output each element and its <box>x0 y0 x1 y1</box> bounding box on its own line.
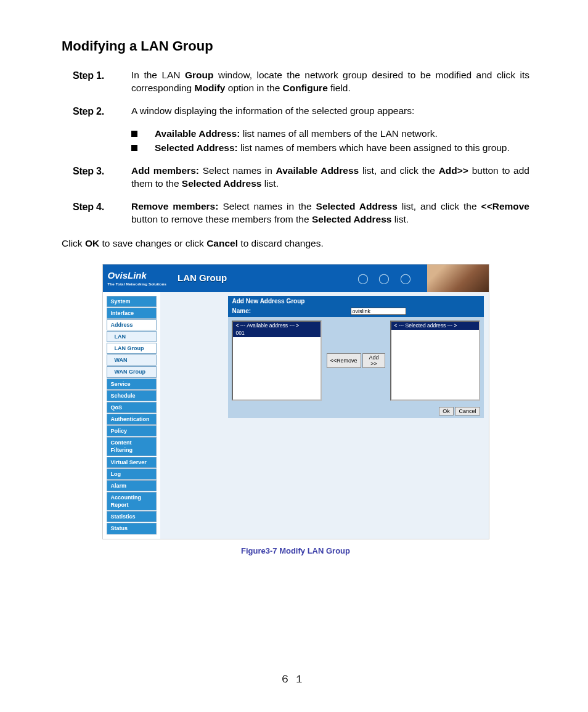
globe-icon: ◯ ◯ ◯ <box>357 272 415 285</box>
bullet-text: Available Address: list names of all mem… <box>155 128 438 141</box>
screenshot-figure: OvisLink The Total Networking Solutions … <box>102 264 489 539</box>
available-item[interactable]: 001 <box>233 330 320 337</box>
logo-tagline: The Total Networking Solutions <box>108 282 167 287</box>
transfer-buttons: <<Remove Add >> <box>327 321 386 401</box>
square-icon <box>131 145 137 151</box>
text: to discard changes. <box>238 238 324 248</box>
nav-lan-group[interactable]: LAN Group <box>107 343 157 354</box>
bold: Cancel <box>206 238 238 248</box>
bold: Add>> <box>439 165 468 176</box>
bold: Selected Address <box>182 178 262 189</box>
nav-log[interactable]: Log <box>107 469 157 480</box>
bullet-text: Selected Address: list names of members … <box>155 142 510 155</box>
bullet-list: Available Address: list names of all mem… <box>131 128 529 155</box>
bold: Configure <box>283 83 328 93</box>
available-header: < --- Available address --- > <box>233 322 320 330</box>
ok-button[interactable]: Ok <box>439 407 454 415</box>
nav-statistics[interactable]: Statistics <box>107 511 157 522</box>
text: button to remove these members from the <box>131 214 312 224</box>
step-3-body: Add members: Select names in Available A… <box>131 165 529 190</box>
bold: Modify <box>195 83 226 93</box>
bold: Add members: <box>131 165 199 176</box>
text: Select names in <box>199 165 276 176</box>
nav-schedule[interactable]: Schedule <box>107 390 157 401</box>
bullet-2: Selected Address: list names of members … <box>131 142 529 155</box>
figure-caption: Figure3-7 Modify LAN Group <box>62 546 529 557</box>
step-3-label: Step 3. <box>73 165 131 190</box>
nav-lan[interactable]: LAN <box>107 331 157 342</box>
step-1-body: In the LAN Group window, locate the netw… <box>131 69 529 95</box>
main-panel: Add New Address Group Name: < --- Availa… <box>160 292 488 539</box>
text: Select names in the <box>218 201 316 211</box>
name-input[interactable] <box>351 308 406 315</box>
selected-header: < --- Selected address --- > <box>391 322 478 330</box>
text: Click <box>62 238 85 248</box>
text: list names of members which have been as… <box>238 142 510 153</box>
header-photo <box>427 264 489 292</box>
bold: Available Address: <box>155 128 240 139</box>
text: to save changes or click <box>99 238 206 248</box>
bold: Available Address <box>276 165 359 176</box>
nav-virtual-server[interactable]: Virtual Server <box>107 457 157 468</box>
nav-authentication[interactable]: Authentication <box>107 414 157 425</box>
bold: Group <box>185 70 214 80</box>
remove-button[interactable]: <<Remove <box>327 353 361 368</box>
step-2-body: A window displaying the information of t… <box>131 105 529 118</box>
nav-status[interactable]: Status <box>107 523 157 534</box>
bold: Selected Address: <box>155 142 238 153</box>
bullet-1: Available Address: list names of all mem… <box>131 128 529 141</box>
nav-system[interactable]: System <box>107 296 157 307</box>
bold: OK <box>85 238 99 248</box>
step-3: Step 3. Add members: Select names in Ava… <box>62 165 529 190</box>
bold: <<Remove <box>481 201 529 211</box>
cancel-button[interactable]: Cancel <box>455 407 480 415</box>
step-1: Step 1. In the LAN Group window, locate … <box>62 69 529 95</box>
sidebar-nav: System Interface Address LAN LAN Group W… <box>103 292 161 539</box>
text: list. <box>391 214 409 224</box>
text: field. <box>328 83 351 93</box>
bold: Selected Address <box>316 201 398 211</box>
selected-listbox[interactable]: < --- Selected address --- > <box>390 321 480 401</box>
available-listbox[interactable]: < --- Available address --- > 001 <box>232 321 321 401</box>
app-header: OvisLink The Total Networking Solutions … <box>103 264 489 292</box>
logo-name: OvisLink <box>108 270 147 280</box>
step-4: Step 4. Remove members: Select names in … <box>62 200 529 226</box>
nav-service[interactable]: Service <box>107 379 157 390</box>
step-4-body: Remove members: Select names in the Sele… <box>131 200 529 226</box>
name-label: Name: <box>232 307 251 316</box>
step-1-label: Step 1. <box>73 69 131 95</box>
outro-line: Click OK to save changes or click Cancel… <box>62 237 529 250</box>
nav-interface[interactable]: Interface <box>107 308 157 319</box>
text: list, and click the <box>359 165 438 176</box>
page-number: ６１ <box>0 673 588 687</box>
app-page-title: LAN Group <box>178 272 227 284</box>
nav-address[interactable]: Address <box>107 319 157 330</box>
panel-title: Add New Address Group <box>228 296 483 307</box>
nav-qos[interactable]: QoS <box>107 402 157 413</box>
text: option in the <box>225 83 282 93</box>
nav-policy[interactable]: Policy <box>107 425 157 436</box>
dual-list: < --- Available address --- > 001 <<Remo… <box>228 317 483 404</box>
bold: Remove members: <box>131 201 218 211</box>
text: list names of all members of the LAN net… <box>240 128 437 139</box>
text: list. <box>261 178 279 189</box>
logo: OvisLink The Total Networking Solutions <box>108 269 167 287</box>
step-2: Step 2. A window displaying the informat… <box>62 105 529 118</box>
text: In the LAN <box>131 70 185 80</box>
bold: Selected Address <box>312 214 392 224</box>
nav-content-filtering[interactable]: Content Filtering <box>107 437 157 456</box>
nav-wan[interactable]: WAN <box>107 354 157 366</box>
nav-accounting-report[interactable]: Accounting Report <box>107 492 157 510</box>
page-title: Modifying a LAN Group <box>62 37 529 55</box>
square-icon <box>131 131 137 137</box>
action-buttons: Ok Cancel <box>228 404 483 418</box>
step-4-label: Step 4. <box>73 200 131 226</box>
nav-wan-group[interactable]: WAN Group <box>107 366 157 377</box>
text: list, and click the <box>398 201 481 211</box>
add-button[interactable]: Add >> <box>362 353 386 368</box>
name-row: Name: <box>228 306 483 317</box>
step-2-label: Step 2. <box>73 105 131 118</box>
nav-alarm[interactable]: Alarm <box>107 480 157 491</box>
